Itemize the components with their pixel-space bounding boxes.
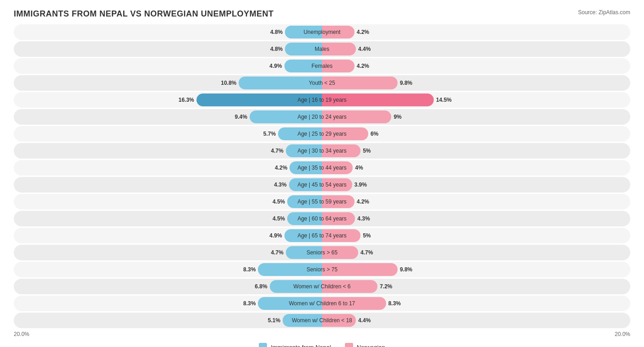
blue-value: 5.1%	[268, 317, 283, 324]
blue-value: 4.8%	[270, 46, 285, 52]
axis-row: 20.0% 20.0%	[14, 331, 630, 337]
legend-label-blue: Immigrants from Nepal	[271, 344, 331, 347]
pink-value: 4.2%	[355, 63, 369, 69]
legend-box-pink	[345, 343, 353, 347]
chart-title: IMMIGRANTS FROM NEPAL VS NORWEGIAN UNEMP…	[14, 9, 274, 19]
blue-value: 16.3%	[179, 97, 196, 103]
pink-value: 9%	[391, 114, 401, 120]
pink-bar: 4.3%	[322, 212, 355, 225]
pink-value: 9.8%	[398, 266, 412, 273]
axis-right: 20.0%	[322, 331, 630, 337]
legend-box-blue	[259, 343, 267, 347]
bar-row: 4.7%4.7%Seniors > 65	[14, 245, 630, 260]
blue-value: 5.7%	[263, 131, 278, 137]
bar-row: 4.9%5%Age | 65 to 74 years	[14, 228, 630, 243]
bar-row: 6.8%7.2%Women w/ Children < 6	[14, 279, 630, 294]
pink-value: 6%	[368, 131, 378, 137]
blue-bar: 4.8%	[285, 26, 322, 39]
pink-value: 7.2%	[377, 283, 392, 290]
pink-bar: 5%	[322, 229, 360, 242]
legend-label-pink: Norwegian	[357, 344, 385, 347]
blue-bar: 4.5%	[287, 195, 322, 208]
blue-bar: 4.2%	[289, 161, 322, 174]
blue-bar: 4.9%	[284, 60, 322, 72]
blue-value: 8.3%	[243, 300, 258, 307]
axis-left: 20.0%	[14, 331, 322, 337]
bar-row: 4.8%4.4%Males	[14, 41, 630, 57]
legend-item-blue: Immigrants from Nepal	[259, 343, 331, 347]
pink-bar: 7.2%	[322, 280, 377, 293]
pink-value: 5%	[360, 232, 371, 239]
blue-bar: 8.3%	[258, 297, 322, 310]
blue-bar: 4.5%	[287, 212, 322, 225]
pink-bar: 6%	[322, 127, 368, 140]
pink-value: 3.9%	[352, 182, 367, 188]
blue-bar: 10.8%	[239, 77, 322, 89]
blue-bar: 4.7%	[286, 144, 322, 157]
pink-value: 4%	[353, 165, 363, 171]
pink-bar: 4.4%	[322, 43, 356, 55]
pink-value: 4.4%	[356, 317, 371, 324]
blue-value: 4.9%	[269, 232, 284, 239]
legend: Immigrants from Nepal Norwegian	[14, 343, 630, 347]
blue-bar: 4.8%	[285, 43, 322, 55]
pink-value: 14.5%	[434, 97, 452, 103]
blue-bar: 6.8%	[270, 280, 322, 293]
pink-bar: 5%	[322, 144, 360, 157]
pink-value: 4.3%	[355, 215, 370, 222]
pink-bar: 14.5%	[322, 94, 434, 106]
blue-value: 4.7%	[271, 148, 286, 154]
blue-bar: 4.9%	[284, 229, 322, 242]
bar-row: 10.8%9.8%Youth < 25	[14, 75, 630, 91]
blue-value: 4.7%	[271, 249, 286, 256]
pink-bar: 3.9%	[322, 178, 352, 191]
blue-bar: 9.4%	[250, 110, 322, 123]
pink-bar: 4.4%	[322, 314, 356, 327]
blue-bar: 5.7%	[278, 127, 322, 140]
pink-bar: 4.2%	[322, 26, 355, 39]
pink-value: 4.4%	[356, 46, 371, 52]
pink-bar: 8.3%	[322, 297, 386, 310]
pink-bar: 4.2%	[322, 195, 355, 208]
blue-value: 8.3%	[243, 266, 258, 273]
bar-row: 4.7%5%Age | 30 to 34 years	[14, 143, 630, 159]
blue-bar: 5.1%	[283, 314, 322, 327]
pink-bar: 9.8%	[322, 263, 398, 276]
blue-bar: 4.7%	[286, 246, 322, 259]
pink-value: 4.2%	[355, 198, 369, 205]
blue-value: 4.3%	[274, 182, 289, 188]
pink-value: 4.2%	[355, 29, 369, 35]
blue-value: 6.8%	[255, 283, 269, 290]
bar-row: 4.3%3.9%Age | 45 to 54 years	[14, 177, 630, 193]
chart-source: Source: ZipAtlas.com	[578, 9, 630, 16]
pink-bar: 9.8%	[322, 77, 398, 89]
pink-value: 8.3%	[386, 300, 401, 307]
bar-row: 9.4%9%Age | 20 to 24 years	[14, 109, 630, 125]
chart-body: 4.8%4.2%Unemployment4.8%4.4%Males4.9%4.2…	[14, 24, 630, 328]
bar-row: 16.3%14.5%Age | 16 to 19 years	[14, 92, 630, 108]
pink-bar: 4%	[322, 161, 353, 174]
bar-row: 4.9%4.2%Females	[14, 58, 630, 74]
pink-bar: 9%	[322, 110, 391, 123]
bar-row: 4.5%4.3%Age | 60 to 64 years	[14, 211, 630, 226]
blue-bar: 4.3%	[289, 178, 322, 191]
blue-value: 4.5%	[273, 215, 287, 222]
blue-value: 9.4%	[235, 114, 250, 120]
pink-bar: 4.7%	[322, 246, 358, 259]
blue-value: 4.5%	[273, 198, 287, 205]
pink-value: 4.7%	[358, 249, 373, 256]
legend-item-pink: Norwegian	[345, 343, 385, 347]
blue-value: 4.8%	[270, 29, 285, 35]
blue-bar: 8.3%	[258, 263, 322, 276]
bar-row: 4.2%4%Age | 35 to 44 years	[14, 160, 630, 176]
pink-value: 5%	[360, 148, 371, 154]
blue-value: 4.2%	[275, 165, 289, 171]
bar-row: 4.8%4.2%Unemployment	[14, 24, 630, 40]
bar-row: 8.3%9.8%Seniors > 75	[14, 262, 630, 277]
pink-value: 9.8%	[398, 80, 412, 86]
pink-bar: 4.2%	[322, 60, 355, 72]
blue-value: 4.9%	[269, 63, 284, 69]
bar-row: 5.1%4.4%Women w/ Children < 18	[14, 313, 630, 328]
bar-row: 8.3%8.3%Women w/ Children 6 to 17	[14, 296, 630, 311]
bar-row: 4.5%4.2%Age | 55 to 59 years	[14, 194, 630, 209]
